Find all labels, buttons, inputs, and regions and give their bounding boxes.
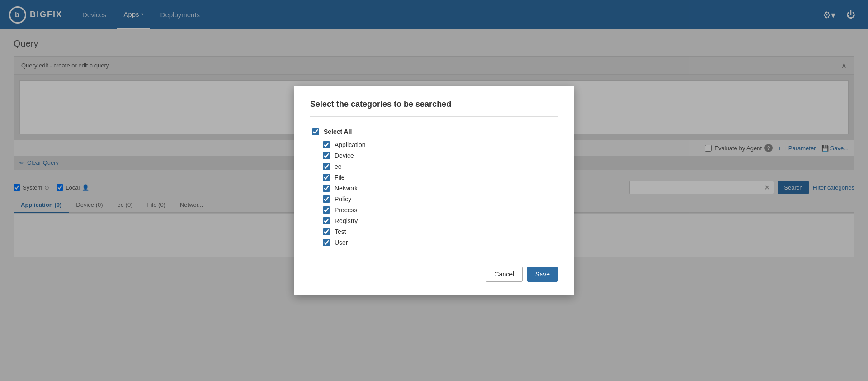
modal-items: Select All Application Device ee [310, 126, 558, 248]
category-registry[interactable]: Registry [323, 215, 558, 226]
category-ee[interactable]: ee [323, 161, 558, 172]
label-user: User [335, 239, 348, 246]
label-application: Application [335, 141, 366, 148]
checkbox-policy[interactable] [323, 195, 330, 203]
select-all-item[interactable]: Select All [312, 126, 558, 138]
category-network[interactable]: Network [323, 183, 558, 194]
label-process: Process [335, 206, 358, 214]
checkbox-device[interactable] [323, 152, 330, 159]
checkbox-process[interactable] [323, 206, 330, 214]
modal-title: Select the categories to be searched [310, 100, 558, 109]
select-all-label: Select All [324, 128, 352, 135]
category-file[interactable]: File [323, 172, 558, 183]
checkbox-network[interactable] [323, 185, 330, 192]
category-device[interactable]: Device [323, 150, 558, 161]
label-file: File [335, 174, 345, 181]
checkbox-user[interactable] [323, 239, 330, 246]
label-registry: Registry [335, 217, 358, 224]
modal-bottom-divider [310, 257, 558, 257]
modal-top-divider [310, 116, 558, 117]
categories-modal: Select the categories to be searched Sel… [294, 86, 574, 267]
label-network: Network [335, 185, 358, 192]
category-policy[interactable]: Policy [323, 194, 558, 205]
category-user[interactable]: User [323, 237, 558, 248]
label-ee: ee [335, 163, 342, 170]
checkbox-application[interactable] [323, 141, 330, 148]
label-policy: Policy [335, 195, 351, 203]
category-test[interactable]: Test [323, 226, 558, 237]
checkbox-ee[interactable] [323, 163, 330, 170]
checkbox-file[interactable] [323, 174, 330, 181]
select-all-checkbox[interactable] [312, 128, 319, 135]
category-application[interactable]: Application [323, 139, 558, 150]
label-device: Device [335, 152, 354, 159]
checkbox-test[interactable] [323, 228, 330, 235]
label-test: Test [335, 228, 346, 235]
modal-overlay: Select the categories to be searched Sel… [0, 0, 868, 266]
category-list: Application Device ee File Network [312, 139, 558, 248]
checkbox-registry[interactable] [323, 217, 330, 224]
category-process[interactable]: Process [323, 205, 558, 215]
